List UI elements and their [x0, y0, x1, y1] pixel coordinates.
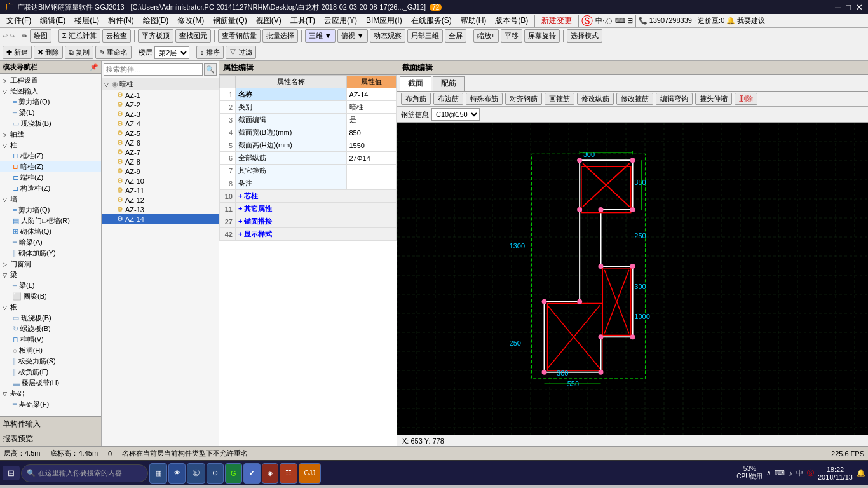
flat-board-button[interactable]: 平齐板顶 [138, 29, 173, 43]
menu-online[interactable]: 在线服务(S) [407, 14, 456, 27]
canvas-area[interactable] [397, 123, 868, 435]
menu-edit[interactable]: 编辑(E) [36, 14, 69, 27]
menu-help[interactable]: 帮助(H) [457, 14, 491, 27]
taskbar-app-view[interactable]: ▦ [149, 463, 167, 484]
table-row[interactable]: 1 名称 AZ-14 [220, 88, 397, 101]
rename-button[interactable]: ✎ 重命名 [95, 46, 132, 59]
align-rebar-button[interactable]: 对齐钢筋 [505, 93, 542, 105]
table-row-section[interactable]: 27 + 锚固搭接 [220, 215, 397, 228]
tab-rebar[interactable]: 配筋 [433, 76, 465, 91]
props-row-section[interactable]: + 显示样式 [236, 228, 397, 241]
member-search-button[interactable]: 🔍 [204, 63, 217, 76]
nav-item-slabneg[interactable]: ∥ 板负筋(F) [0, 367, 101, 377]
modify-stirrup-button[interactable]: 修改箍筋 [616, 93, 653, 105]
table-row[interactable]: 7 其它箍筋 [220, 165, 397, 177]
nav-item-shearwall2[interactable]: ≡ 剪力墙(Q) [0, 205, 101, 215]
delete-button[interactable]: ✖ 删除 [34, 46, 63, 59]
taskbar-app-4[interactable]: ⊕ [207, 463, 224, 484]
fullscreen-button[interactable]: 全屏 [445, 29, 466, 43]
nav-item-structcol[interactable]: ⊐ 构造柱(Z) [0, 183, 101, 194]
menu-draw[interactable]: 绘图(D) [139, 14, 173, 27]
list-item-az11[interactable]: ⚙ AZ-11 [102, 186, 219, 195]
rebar-info-select[interactable]: C10@150 [431, 108, 480, 121]
nav-report[interactable]: 报表预览 [0, 431, 101, 446]
nav-group-wall[interactable]: ▽ 墙 ≡ 剪力墙(Q) ▤ 人防门□框墙(R) ⊞ 砌体墙(Q) ━ 暗梁 [0, 194, 101, 259]
pin-icon[interactable]: 📌 [90, 63, 98, 71]
nav-group-draw[interactable]: ▽ 绘图输入 ≡ 剪力墙(Q) ━ 梁(L) ▭ 现浇板(B) [0, 86, 101, 129]
keyboard-icon[interactable]: ⌨ [775, 469, 785, 477]
list-item-az5[interactable]: ⚙ AZ-5 [102, 128, 219, 138]
taskbar-clock[interactable]: 18:22 2018/11/13 [818, 466, 853, 481]
draw-stirrup-button[interactable]: 画箍筋 [545, 93, 574, 105]
list-item-az8[interactable]: ⚙ AZ-8 [102, 157, 219, 166]
dynamic-view-button[interactable]: 动态观察 [370, 29, 405, 43]
props-row-value[interactable]: 暗柱 [346, 101, 397, 114]
view-mode-button[interactable]: 三维 ▼ [305, 29, 336, 43]
maximize-button[interactable]: □ [846, 3, 851, 12]
sort-button[interactable]: ↕ 排序 [196, 46, 224, 59]
pan-button[interactable]: 平移 [501, 29, 522, 43]
nav-item-dark-beam[interactable]: ━ 暗梁(A) [0, 237, 101, 248]
props-row-section[interactable]: + 芯柱 [236, 190, 397, 203]
nav-group-door[interactable]: ▷ 门窗洞 [0, 259, 101, 269]
nav-group-axis[interactable]: ▷ 轴线 [0, 129, 101, 140]
notif-expand-icon[interactable]: ∧ [766, 470, 771, 477]
taskbar-app-7[interactable]: ◈ [262, 463, 278, 484]
nav-group-column[interactable]: ▽ 柱 ⊓ 框柱(Z) ⊔ 暗柱(Z) ⊏ 端柱(Z) ⊐ 构造柱(Z) [0, 140, 101, 194]
table-row[interactable]: 3 截面编辑 是 [220, 114, 397, 126]
nav-item-airraid[interactable]: ▤ 人防门□框墙(R) [0, 215, 101, 226]
edit-hook-button[interactable]: 编辑弯钩 [656, 93, 693, 105]
menu-newchange[interactable]: 新建变更 [538, 14, 576, 27]
props-row-value[interactable] [346, 165, 397, 177]
menu-modify[interactable]: 修改(M) [173, 14, 208, 27]
props-row-value[interactable]: 850 [346, 126, 397, 139]
list-item-az12[interactable]: ⚙ AZ-12 [102, 195, 219, 205]
list-item-az13[interactable]: ⚙ AZ-13 [102, 205, 219, 214]
close-button[interactable]: ✕ [856, 3, 863, 12]
table-row[interactable]: 4 截面宽(B边)(mm) 850 [220, 126, 397, 139]
taskbar-app-2[interactable]: ❀ [168, 463, 186, 484]
local-3d-button[interactable]: 局部三维 [407, 29, 443, 43]
nav-item-framecol[interactable]: ⊓ 框柱(Z) [0, 151, 101, 161]
taskbar-app-gjj[interactable]: GJJ [299, 463, 322, 484]
zoom-button[interactable]: 缩放+ [473, 29, 499, 43]
taskbar-app-8[interactable]: ☷ [280, 463, 297, 484]
nav-item-beam2[interactable]: ━ 梁(L) [0, 280, 101, 291]
table-row-section[interactable]: 10 + 芯柱 [220, 190, 397, 203]
nav-item-masonry[interactable]: ⊞ 砌体墙(Q) [0, 226, 101, 237]
nav-item-shearlwall[interactable]: ≡ 剪力墙(Q) [0, 97, 101, 107]
special-rebar-button[interactable]: 特殊布筋 [466, 93, 503, 105]
member-group-header[interactable]: ▽ ◉ 暗柱 [102, 78, 219, 90]
list-item-az9[interactable]: ⚙ AZ-9 [102, 166, 219, 176]
props-row-value[interactable]: AZ-14 [346, 88, 397, 101]
nav-group-foundation[interactable]: ▽ 基础 ━ 基础梁(F) [0, 388, 101, 410]
nav-item-castslab[interactable]: ▭ 现浇板(B) [0, 313, 101, 323]
menu-version[interactable]: 版本号(B) [491, 14, 532, 27]
nav-item-masonry-rebar[interactable]: ∥ 砌体加筋(Y) [0, 248, 101, 259]
props-row-section[interactable]: + 其它属性 [236, 203, 397, 215]
list-item-az2[interactable]: ⚙ AZ-2 [102, 100, 219, 109]
menu-element[interactable]: 构件(N) [104, 14, 138, 27]
table-row[interactable]: 8 备注 [220, 177, 397, 190]
nav-item-slabforce[interactable]: ∥ 板受力筋(S) [0, 356, 101, 367]
draw-icon[interactable]: ✏ [22, 32, 28, 41]
nav-item-slabhole[interactable]: ○ 板洞(H) [0, 345, 101, 356]
list-item-az4[interactable]: ⚙ AZ-4 [102, 119, 219, 128]
props-row-value[interactable]: 27Φ14 [346, 152, 397, 165]
props-row-value[interactable]: 1550 [346, 139, 397, 152]
nav-single-input[interactable]: 单构件输入 [0, 417, 101, 431]
menu-tools[interactable]: 工具(T) [287, 14, 319, 27]
view-rebar-button[interactable]: 查看钢筋量 [218, 29, 261, 43]
table-row[interactable]: 6 全部纵筋 27Φ14 [220, 152, 397, 165]
list-item-az6[interactable]: ⚙ AZ-6 [102, 138, 219, 147]
nav-item-ringbeam[interactable]: ⬜ 圈梁(B) [0, 291, 101, 302]
table-row[interactable]: 2 类别 暗柱 [220, 101, 397, 114]
ime-icon[interactable]: 中 [796, 468, 803, 478]
menu-floor[interactable]: 楼层(L) [71, 14, 103, 27]
sum-button[interactable]: Σ 汇总计算 [58, 29, 100, 43]
props-row-value[interactable] [346, 177, 397, 190]
taskbar-app-browser[interactable]: Ⓔ [187, 463, 205, 484]
nav-item-foundbeam[interactable]: ━ 基础梁(F) [0, 399, 101, 410]
draw-button[interactable]: 绘图 [30, 29, 51, 43]
nav-item-hidcol[interactable]: ⊔ 暗柱(Z) [0, 161, 101, 172]
